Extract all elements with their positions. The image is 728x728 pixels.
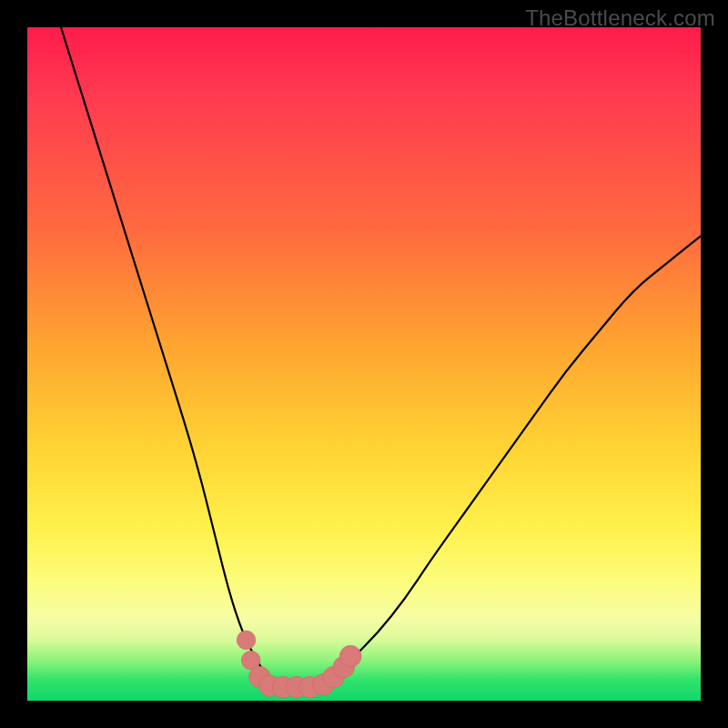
- curve-minimum-markers: [237, 631, 361, 698]
- plot-area: [27, 27, 701, 701]
- chart-frame: TheBottleneck.com: [0, 0, 728, 728]
- curve-marker: [339, 645, 361, 667]
- bottleneck-curve-path: [61, 27, 701, 687]
- curve-marker: [237, 631, 256, 650]
- bottleneck-curve-svg: [27, 27, 701, 701]
